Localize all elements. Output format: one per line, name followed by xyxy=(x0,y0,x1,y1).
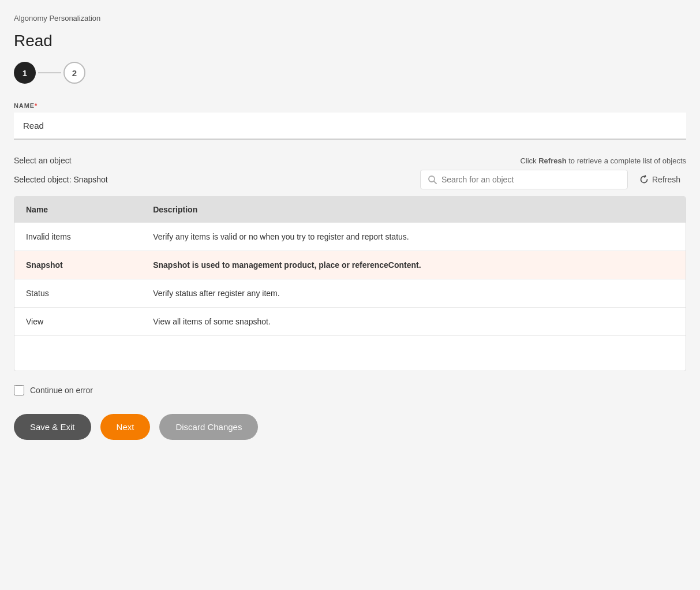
object-action-row: Selected object: Snapshot Refresh xyxy=(14,170,686,189)
discard-changes-button[interactable]: Discard Changes xyxy=(159,414,258,440)
refresh-icon xyxy=(639,175,649,184)
search-refresh-group: Refresh xyxy=(420,170,686,189)
name-input[interactable] xyxy=(14,113,686,140)
row-name: View xyxy=(14,308,141,336)
next-button[interactable]: Next xyxy=(100,414,151,440)
refresh-button[interactable]: Refresh xyxy=(634,170,686,189)
row-name: Snapshot xyxy=(14,251,141,279)
search-icon xyxy=(428,175,437,184)
svg-line-1 xyxy=(434,181,436,184)
col-name: Name xyxy=(14,197,141,223)
selected-object-text: Selected object: Snapshot xyxy=(14,175,108,184)
table-empty-row xyxy=(14,336,686,371)
refresh-hint: Click Refresh to retrieve a complete lis… xyxy=(520,156,686,165)
search-input[interactable] xyxy=(441,175,620,184)
objects-table: Name Description Invalid itemsVerify any… xyxy=(14,197,686,371)
page-title: Read xyxy=(14,32,686,50)
table-row[interactable]: StatusVerify status after register any i… xyxy=(14,279,686,308)
page-container: Algonomy Personalization Read 1 2 NAME* … xyxy=(0,0,700,590)
table-row[interactable]: Invalid itemsVerify any items is valid o… xyxy=(14,223,686,251)
search-box xyxy=(420,170,628,189)
breadcrumb: Algonomy Personalization xyxy=(14,14,686,23)
step-connector xyxy=(38,72,61,73)
save-exit-button[interactable]: Save & Exit xyxy=(14,414,91,440)
select-object-label: Select an object xyxy=(14,156,72,165)
step-1[interactable]: 1 xyxy=(14,62,36,84)
object-header-row: Select an object Click Refresh to retrie… xyxy=(14,156,686,165)
continue-on-error-label: Continue on error xyxy=(30,386,93,395)
col-description: Description xyxy=(141,197,686,223)
continue-error-row: Continue on error xyxy=(14,385,686,395)
row-name: Status xyxy=(14,279,141,308)
steps-container: 1 2 xyxy=(14,62,686,84)
row-description: Verify any items is valid or no when you… xyxy=(141,223,686,251)
row-description: Snapshot is used to management product, … xyxy=(141,251,686,279)
name-label: NAME* xyxy=(14,102,686,109)
row-description: Verify status after register any item. xyxy=(141,279,686,308)
required-star: * xyxy=(35,102,38,109)
buttons-row: Save & Exit Next Discard Changes xyxy=(14,414,686,440)
continue-on-error-checkbox[interactable] xyxy=(14,385,24,395)
table-header-row: Name Description xyxy=(14,197,686,223)
row-name: Invalid items xyxy=(14,223,141,251)
table-row[interactable]: ViewView all items of some snapshot. xyxy=(14,308,686,336)
step-2[interactable]: 2 xyxy=(63,62,85,84)
breadcrumb-link[interactable]: Algonomy Personalization xyxy=(14,14,100,23)
table-row[interactable]: SnapshotSnapshot is used to management p… xyxy=(14,251,686,279)
table-wrapper: Name Description Invalid itemsVerify any… xyxy=(14,196,686,371)
row-description: View all items of some snapshot. xyxy=(141,308,686,336)
